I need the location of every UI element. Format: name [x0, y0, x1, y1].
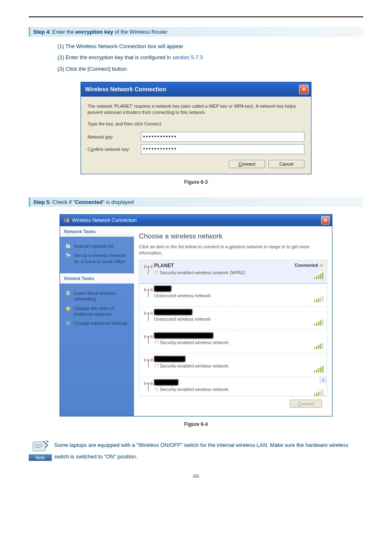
network-name: ████: [154, 286, 314, 291]
page-number: -83-: [29, 474, 363, 479]
network-item[interactable]: ████Unsecured wireless network: [139, 283, 327, 307]
svg-marker-17: [46, 440, 48, 443]
refresh-icon: 🔄: [65, 243, 71, 249]
svg-rect-12: [148, 384, 149, 391]
svg-point-3: [148, 289, 149, 291]
svg-point-7: [148, 336, 149, 338]
signal-bars-icon: [314, 273, 323, 279]
setup-wireless-network[interactable]: 📡 Set up a wireless network for a home o…: [65, 252, 131, 264]
network-name: ████████: [154, 356, 314, 362]
network-security: 🛡Security-enabled wireless network (WPA2…: [154, 270, 295, 275]
note-label: Note: [29, 454, 52, 461]
svg-rect-8: [148, 338, 149, 344]
wnc-sidebar: Network Tasks 🔄 Refresh network list 📡 S…: [60, 227, 134, 416]
choose-network-instruction: Click an item in the list below to conne…: [139, 244, 327, 257]
wireless-key-dialog: Wireless Network Connection ✕ The networ…: [81, 82, 311, 174]
gear-icon: ⚙️: [65, 320, 71, 326]
step4-item-2: (2) Enter the encryption key that is con…: [58, 52, 363, 63]
step4-substeps: (1) The Wireless Network Connection box …: [58, 41, 363, 74]
wnc-titlebar: ((📶)) Wireless Network Connection ✕: [60, 215, 332, 226]
close-icon[interactable]: ✕: [321, 216, 330, 224]
svg-point-5: [148, 312, 149, 314]
network-name: PLANET: [154, 263, 295, 268]
svg-text:((📶)): ((📶)): [64, 218, 69, 223]
connected-status: Connected ★: [295, 263, 323, 268]
change-advanced[interactable]: ⚙️ Change advanced settings: [65, 320, 131, 326]
step4-prefix: Step 4: [33, 29, 49, 35]
step5-header: Step 5: Check if "Connected" is displaye…: [29, 197, 363, 207]
svg-rect-6: [148, 314, 149, 321]
note-block: Note Some laptops are equipped with a "W…: [29, 439, 363, 463]
antenna-icon: [143, 333, 154, 347]
antenna-icon: [143, 379, 154, 393]
signal-bars-icon: [314, 319, 323, 326]
related-tasks-header: Related Tasks: [60, 273, 134, 284]
network-name: ██████████: [154, 309, 314, 315]
network-item[interactable]: ████████████████🛡Security-enabled wirele…: [139, 330, 327, 354]
network-security: Unsecured wireless network: [154, 293, 314, 298]
dialog-prompt: Type the key, and then click Connect.: [88, 121, 304, 127]
close-icon[interactable]: ✕: [299, 85, 309, 94]
network-item[interactable]: PLANET🛡Security-enabled wireless network…: [139, 260, 327, 284]
connect-button-disabled: Connect: [290, 400, 322, 408]
network-key-label: Network key:: [88, 134, 141, 139]
setup-icon: 📡: [65, 252, 71, 258]
svg-point-9: [148, 359, 149, 361]
network-name: ██████: [154, 379, 314, 385]
network-security: 🛡Security-enabled wireless network: [154, 387, 314, 392]
star-icon: ⭐: [65, 305, 71, 311]
note-icon: Note: [29, 439, 52, 461]
signal-bars-icon: [314, 389, 323, 396]
signal-bars-icon: [314, 296, 323, 302]
step4-header: Step 4: Enter the encryption key of the …: [29, 27, 363, 37]
network-security: 🛡Security-enabled wireless network: [154, 363, 314, 368]
wireless-connection-window: ((📶)) Wireless Network Connection ✕ Netw…: [60, 214, 332, 416]
star-icon: ★: [319, 263, 323, 268]
shield-icon: 🛡: [154, 363, 159, 368]
svg-point-1: [148, 266, 149, 268]
shield-icon: 🛡: [154, 340, 159, 345]
network-name: ████████████████: [154, 333, 314, 338]
note-text: Some laptops are equipped with a "Wirele…: [54, 439, 363, 463]
figure-6-4-caption: Figure 6-4: [29, 421, 363, 427]
network-security: 🛡Security-enabled wireless network: [154, 340, 314, 345]
cancel-button[interactable]: Cancel: [268, 160, 304, 168]
network-key-input[interactable]: [141, 132, 304, 142]
dialog-titlebar: Wireless Network Connection ✕: [81, 82, 311, 97]
learn-wireless[interactable]: ℹ️ Learn about wireless networking: [65, 290, 131, 302]
step4-item-1: (1) The Wireless Network Connection box …: [58, 41, 363, 52]
signal-bars-icon: [314, 366, 323, 372]
confirm-key-input[interactable]: [141, 144, 304, 154]
antenna-icon: [143, 263, 154, 277]
connect-button[interactable]: Connect: [229, 160, 265, 168]
refresh-network-list[interactable]: 🔄 Refresh network list: [65, 243, 131, 249]
network-item[interactable]: ██████████Unsecured wireless network: [139, 307, 327, 330]
dialog-description: The network 'PLANET' requires a network …: [88, 103, 304, 116]
antenna-icon: [143, 356, 154, 370]
svg-rect-10: [148, 361, 149, 368]
network-list: ▲ ▼ PLANET🛡Security-enabled wireless net…: [139, 260, 327, 396]
network-item[interactable]: ██████🛡Security-enabled wireless network: [139, 377, 327, 396]
figure-6-3-caption: Figure 6-3: [29, 179, 363, 185]
antenna-icon: [143, 286, 154, 300]
section-link[interactable]: section 5.7.3: [173, 54, 203, 60]
step4-item-3: (3) Click the [Connect] button: [58, 63, 363, 74]
network-item[interactable]: ████████🛡Security-enabled wireless netwo…: [139, 354, 327, 377]
antenna-icon: ((📶)): [63, 217, 69, 223]
antenna-icon: [143, 309, 154, 323]
choose-network-title: Choose a wireless network: [139, 232, 327, 240]
svg-rect-4: [148, 291, 149, 297]
network-security: Unsecured wireless network: [154, 317, 314, 321]
shield-icon: 🛡: [154, 387, 159, 392]
change-order[interactable]: ⭐ Change the order of preferred networks: [65, 305, 131, 317]
dialog-title: Wireless Network Connection: [85, 86, 166, 92]
signal-bars-icon: [314, 342, 323, 349]
svg-point-11: [148, 383, 149, 384]
info-icon: ℹ️: [65, 290, 71, 296]
network-tasks-header: Network Tasks: [60, 227, 134, 237]
confirm-key-label: Confirm network key:: [88, 147, 141, 152]
svg-rect-2: [148, 268, 149, 274]
shield-icon: 🛡: [154, 270, 159, 275]
svg-rect-13: [33, 442, 45, 451]
